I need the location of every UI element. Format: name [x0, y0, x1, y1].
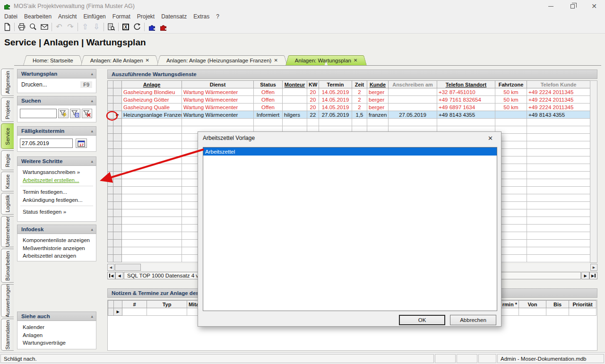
row-marker-cell[interactable]	[113, 172, 122, 179]
module-tab-auswertungen[interactable]: Auswertungen	[1, 284, 14, 317]
row-marker-cell[interactable]	[113, 179, 122, 187]
undo-button[interactable]: ↶	[53, 22, 65, 33]
row-marker-cell[interactable]	[113, 209, 122, 217]
action-link[interactable]: Arbeitszettel anzeigen	[17, 252, 96, 260]
menu-bearbeiten[interactable]: Bearbeiten	[21, 13, 55, 20]
filter-list-button[interactable]	[70, 109, 80, 118]
cell[interactable]: Wartung Wärmecenter	[182, 88, 254, 96]
vertical-scrollbar[interactable]	[590, 80, 597, 263]
cell[interactable]: +49 2224 2011345	[527, 104, 590, 111]
section-header-siehe-auch[interactable]: Siehe auch ▴	[17, 312, 96, 321]
action-link[interactable]: Anlagen	[17, 331, 96, 339]
column-header[interactable]: Telefon Standort	[437, 81, 495, 88]
cell[interactable]	[569, 308, 596, 316]
collapse-icon[interactable]: ▴	[91, 71, 93, 76]
cell[interactable]: 50 km	[495, 96, 527, 104]
row-selector[interactable]	[108, 255, 113, 262]
action-link[interactable]: Wartungsverträge	[17, 339, 96, 347]
section-header-wartungsplan[interactable]: Wartungsplan ▴	[17, 69, 96, 78]
row-selector[interactable]	[108, 187, 113, 194]
menu-ansicht[interactable]: Ansicht	[55, 13, 80, 20]
cell[interactable]: 14.05.2019	[319, 88, 352, 96]
cell[interactable]	[519, 308, 546, 316]
row-selector[interactable]	[108, 96, 113, 104]
first-record-button[interactable]: ◀	[107, 272, 115, 279]
action-link[interactable]: Meßwerthistorie anzeigen	[17, 244, 96, 252]
collapse-icon[interactable]: ▴	[91, 98, 93, 103]
row-selector[interactable]	[108, 111, 113, 119]
row-marker-cell[interactable]	[113, 149, 122, 156]
cell[interactable]	[495, 111, 527, 119]
cancel-button[interactable]: Abbrechen	[450, 315, 496, 325]
row-marker-cell[interactable]	[108, 308, 114, 316]
new-document-button[interactable]	[1, 22, 13, 33]
row-marker-cell[interactable]	[113, 126, 122, 134]
column-header[interactable]: Monteur	[283, 81, 307, 88]
cell[interactable]: 14.05.2019	[319, 96, 352, 104]
cell[interactable]	[283, 88, 307, 96]
row-selector[interactable]	[108, 149, 113, 156]
cell[interactable]: 2	[352, 104, 367, 111]
row-selector[interactable]	[108, 179, 113, 187]
row-selector[interactable]	[108, 88, 113, 96]
column-header[interactable]: Anlage	[122, 81, 182, 88]
cell[interactable]: Informiert	[254, 111, 283, 119]
cell[interactable]: 14.05.2019	[319, 104, 352, 111]
close-button[interactable]: ✕	[583, 0, 605, 12]
template-list-item[interactable]: Arbeitszettel	[203, 147, 497, 156]
module-tab-projekte[interactable]: Projekte	[1, 97, 14, 122]
row-marker-cell[interactable]	[113, 104, 122, 111]
restore-button[interactable]	[562, 0, 583, 12]
row-selector[interactable]	[108, 156, 113, 164]
cell[interactable]: Wartung Wärmecenter	[182, 96, 254, 104]
row-marker-cell[interactable]	[113, 141, 122, 149]
cell[interactable]: Heizungsanlage Franzen	[122, 111, 182, 119]
collapse-icon[interactable]: ▴	[91, 159, 93, 164]
row-marker-cell[interactable]	[113, 96, 122, 104]
action-link[interactable]: Komponentenliste anzeigen	[17, 236, 96, 244]
cell[interactable]: franzen	[367, 111, 389, 119]
row-selector[interactable]	[108, 194, 113, 202]
row-marker-cell[interactable]	[113, 134, 122, 141]
collapse-icon[interactable]: ▴	[91, 227, 93, 232]
cell[interactable]	[283, 104, 307, 111]
due-date-input[interactable]	[20, 139, 73, 148]
row-selector[interactable]	[108, 232, 113, 240]
column-header[interactable]: Telefon Kunde	[527, 81, 590, 88]
cell[interactable]: berger	[367, 88, 389, 96]
collapse-icon[interactable]: ▴	[91, 314, 93, 319]
table-row[interactable]: Gasheizung QualleWartung WärmecenterOffe…	[108, 104, 590, 111]
tab-anlage-heizungsanlage-franzen[interactable]: Anlagen: Anlage (Heizungsanlage Franzen)…	[158, 55, 286, 65]
cell[interactable]: 27.05.2019	[389, 111, 437, 119]
cell[interactable]: 20	[307, 104, 319, 111]
scrollbar-thumb[interactable]	[115, 264, 141, 271]
row-selector[interactable]	[108, 225, 113, 232]
menu-datei[interactable]: Datei	[1, 13, 21, 20]
row-marker-cell[interactable]	[113, 156, 122, 164]
column-header[interactable]: Fahrtzone	[495, 81, 527, 88]
tab-home-startseite[interactable]: Home: Startseite	[25, 55, 81, 65]
cell[interactable]: Gasheizung Götter	[122, 96, 182, 104]
cell[interactable]: 20	[307, 88, 319, 96]
scroll-left-button[interactable]: ◀	[107, 264, 114, 271]
column-header[interactable]: Termin	[319, 81, 352, 88]
section-header-suchen[interactable]: Suchen ▴	[17, 96, 96, 105]
row-marker-cell[interactable]	[113, 217, 122, 225]
row-selector[interactable]	[108, 202, 113, 209]
menu-?[interactable]: ?	[213, 13, 223, 20]
move-down-button[interactable]: ⇩	[91, 22, 102, 33]
cell[interactable]: +49 7161 832654	[437, 96, 495, 104]
cell[interactable]: 22	[307, 111, 319, 119]
cell[interactable]: Gasheizung Blondieu	[122, 88, 182, 96]
column-header[interactable]: #	[122, 301, 147, 308]
template-list[interactable]: Arbeitszettel	[203, 147, 497, 311]
table-row[interactable]: Gasheizung BlondieuWartung WärmecenterOf…	[108, 88, 590, 96]
cell[interactable]: 1,5	[352, 111, 367, 119]
cell[interactable]: 2	[352, 96, 367, 104]
cell[interactable]: Offen	[254, 104, 283, 111]
menu-datensatz[interactable]: Datensatz	[158, 13, 190, 20]
column-header[interactable]: Von	[519, 301, 546, 308]
module-tab-logistik[interactable]: Logistik	[1, 193, 14, 215]
row-selector[interactable]	[108, 119, 113, 126]
action-link[interactable]: Arbeitszettel erstellen...	[17, 176, 96, 184]
